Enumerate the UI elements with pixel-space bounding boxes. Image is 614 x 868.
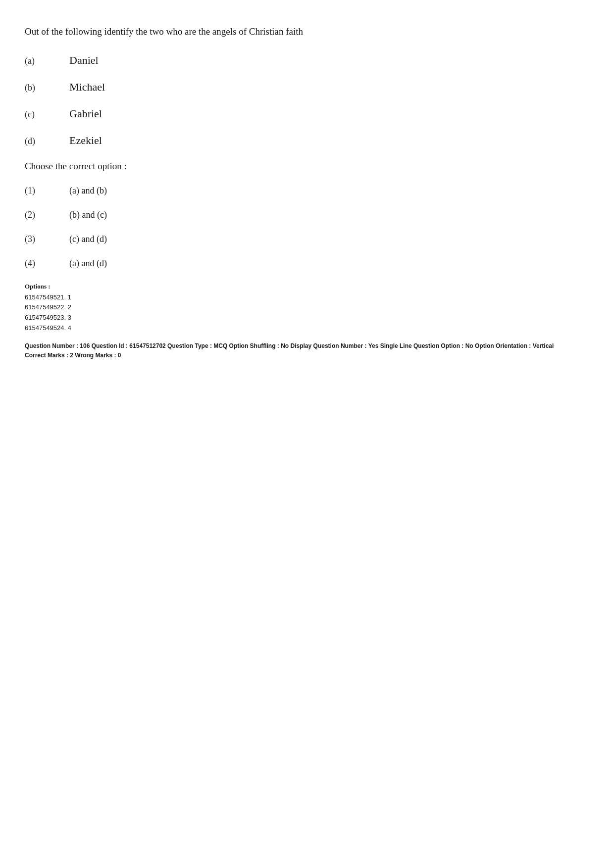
choose-correct-label: Choose the correct option : [25,161,589,172]
sub-option-3-label: (3) [25,234,69,244]
options-heading: Options : [25,283,589,290]
option-b-label: (b) [25,83,69,93]
sub-option-1-label: (1) [25,186,69,196]
sub-option-3-value: (c) and (d) [69,234,107,244]
sub-option-4-label: (4) [25,258,69,269]
sub-option-2-label: (2) [25,210,69,220]
sub-option-3: (3) (c) and (d) [25,234,589,244]
option-c-value: Gabriel [69,107,102,120]
option-a-value: Daniel [69,54,99,67]
meta-section: Options : 61547549521. 1 61547549522. 2 … [25,283,589,361]
sub-option-2: (2) (b) and (c) [25,210,589,220]
option-d-label: (d) [25,136,69,146]
marks-info: Correct Marks : 2 Wrong Marks : 0 [25,351,589,360]
question-meta: Question Number : 106 Question Id : 6154… [25,341,589,360]
option-id-2: 61547549522. 2 [25,302,589,313]
options-list: (a) Daniel (b) Michael (c) Gabriel (d) E… [25,54,589,147]
option-b-value: Michael [69,81,105,94]
option-b: (b) Michael [25,81,589,94]
sub-option-2-value: (b) and (c) [69,210,107,220]
option-id-4: 61547549524. 4 [25,323,589,334]
option-d-value: Ezekiel [69,134,102,147]
question-info: Question Number : 106 Question Id : 6154… [25,341,589,351]
sub-option-4: (4) (a) and (d) [25,258,589,269]
option-d: (d) Ezekiel [25,134,589,147]
option-c: (c) Gabriel [25,107,589,120]
sub-option-1-value: (a) and (b) [69,186,107,196]
option-a: (a) Daniel [25,54,589,67]
option-c-label: (c) [25,109,69,120]
option-ids-list: 61547549521. 1 61547549522. 2 6154754952… [25,292,589,334]
option-id-1: 61547549521. 1 [25,292,589,303]
question-text: Out of the following identify the two wh… [25,25,589,39]
option-id-3: 61547549523. 3 [25,313,589,323]
sub-option-1: (1) (a) and (b) [25,186,589,196]
sub-options-list: (1) (a) and (b) (2) (b) and (c) (3) (c) … [25,186,589,269]
sub-option-4-value: (a) and (d) [69,258,107,269]
option-a-label: (a) [25,56,69,66]
